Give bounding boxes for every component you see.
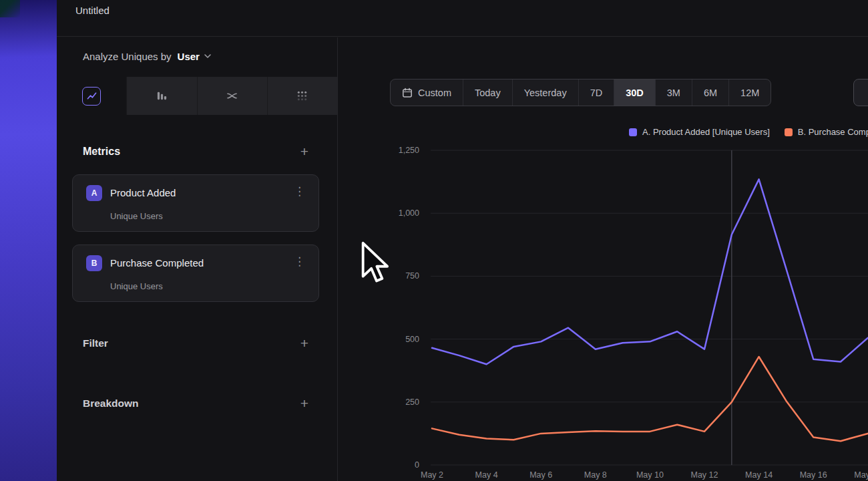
range-button-yesterday[interactable]: Yesterday bbox=[513, 79, 579, 106]
range-button-6m[interactable]: 6M bbox=[692, 79, 729, 106]
svg-text:May 8: May 8 bbox=[584, 470, 607, 480]
report-title[interactable]: Untitled bbox=[75, 5, 110, 16]
metric-name: Product Added bbox=[110, 187, 176, 198]
range-button-label: 6M bbox=[704, 88, 717, 98]
range-button-label: 3M bbox=[667, 88, 680, 98]
range-button-30d[interactable]: 30D bbox=[614, 79, 656, 106]
breakdown-section: Breakdown + bbox=[83, 396, 308, 410]
range-button-3m[interactable]: 3M bbox=[656, 79, 692, 106]
wallpaper-corner bbox=[0, 0, 20, 17]
add-filter-button[interactable]: + bbox=[300, 336, 308, 350]
view-tab-insights[interactable] bbox=[57, 77, 126, 115]
metric-badge: B bbox=[86, 255, 102, 271]
calendar-icon bbox=[402, 88, 413, 98]
range-button-12m[interactable]: 12M bbox=[729, 79, 771, 106]
filter-label: Filter bbox=[83, 337, 108, 349]
svg-text:500: 500 bbox=[405, 335, 419, 344]
kebab-menu-icon[interactable]: ⋮ bbox=[294, 184, 305, 198]
filter-section: Filter + bbox=[83, 336, 308, 350]
chart-toolbar: CustomTodayYesterday7D30D3M6M12M Compare bbox=[390, 79, 868, 106]
metric-subtitle: Unique Users bbox=[110, 281, 163, 291]
svg-text:May 12: May 12 bbox=[691, 470, 718, 480]
svg-text:May 18: May 18 bbox=[854, 470, 868, 480]
analyze-by-value: User bbox=[178, 51, 200, 62]
metrics-section-header: Metrics + bbox=[83, 144, 308, 158]
range-button-custom[interactable]: Custom bbox=[391, 79, 463, 106]
metric-card[interactable]: B Purchase Completed ⋮ Unique Users bbox=[72, 245, 319, 302]
window-edge-gradient bbox=[0, 0, 57, 481]
svg-text:0: 0 bbox=[415, 460, 419, 470]
view-tabs bbox=[57, 77, 337, 115]
range-button-label: 12M bbox=[740, 88, 759, 98]
view-tab-retention[interactable] bbox=[267, 77, 337, 115]
compare-button[interactable]: Compare bbox=[853, 79, 868, 106]
view-tab-flows[interactable] bbox=[197, 77, 267, 115]
add-metric-button[interactable]: + bbox=[300, 144, 308, 158]
range-button-label: Today bbox=[475, 88, 501, 98]
svg-text:May 6: May 6 bbox=[529, 470, 552, 480]
analyze-prefix-label: Analyze Uniques by bbox=[83, 51, 172, 62]
svg-text:750: 750 bbox=[405, 271, 419, 281]
svg-text:May 4: May 4 bbox=[475, 470, 498, 480]
analyze-row: Analyze Uniques by User bbox=[83, 48, 211, 64]
metric-subtitle: Unique Users bbox=[110, 211, 163, 221]
svg-text:May 2: May 2 bbox=[421, 470, 443, 480]
svg-text:May 16: May 16 bbox=[800, 470, 827, 480]
svg-text:May 14: May 14 bbox=[745, 470, 773, 480]
metric-name: Purchase Completed bbox=[110, 257, 204, 269]
breakdown-label: Breakdown bbox=[83, 397, 139, 410]
range-button-label: 7D bbox=[590, 88, 603, 98]
add-breakdown-button[interactable]: + bbox=[300, 396, 308, 410]
metrics-heading: Metrics bbox=[83, 146, 120, 158]
svg-text:May 10: May 10 bbox=[636, 470, 664, 480]
range-button-label: Custom bbox=[418, 88, 451, 98]
kebab-menu-icon[interactable]: ⋮ bbox=[294, 255, 305, 269]
view-tab-funnels[interactable] bbox=[126, 77, 196, 115]
flows-icon bbox=[226, 90, 238, 102]
topbar: Untitled bbox=[57, 0, 868, 37]
chevron-down-icon bbox=[204, 54, 211, 58]
range-button-today[interactable]: Today bbox=[463, 79, 513, 106]
range-button-7d[interactable]: 7D bbox=[579, 79, 615, 106]
chart-area: CustomTodayYesterday7D30D3M6M12M Compare… bbox=[338, 37, 868, 481]
metric-badge: A bbox=[86, 185, 102, 201]
metrics-list: A Product Added ⋮ Unique Users B Purchas… bbox=[72, 174, 319, 315]
svg-text:250: 250 bbox=[405, 397, 419, 407]
line-chart[interactable]: 02505007501,0001,250May 2May 4May 6May 8… bbox=[338, 121, 868, 481]
funnel-bars-icon bbox=[156, 90, 168, 102]
range-button-label: Yesterday bbox=[524, 88, 567, 98]
analyze-by-selector[interactable]: User bbox=[178, 51, 211, 62]
svg-text:1,250: 1,250 bbox=[399, 146, 419, 155]
svg-text:1,000: 1,000 bbox=[399, 208, 419, 218]
query-panel: Analyze Uniques by User Metrics + A Prod… bbox=[57, 37, 337, 481]
line-chart-icon bbox=[82, 87, 101, 106]
retention-dots-icon bbox=[296, 90, 308, 102]
metric-card[interactable]: A Product Added ⋮ Unique Users bbox=[72, 174, 319, 232]
range-button-label: 30D bbox=[626, 88, 644, 98]
date-range-group: CustomTodayYesterday7D30D3M6M12M bbox=[390, 79, 771, 106]
